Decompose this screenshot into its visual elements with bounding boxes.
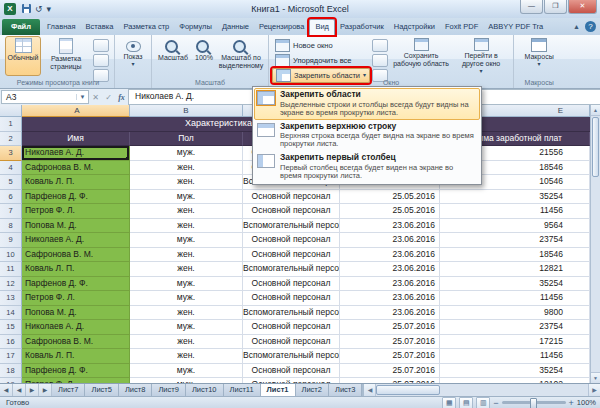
page-layout-shortcut-icon[interactable]: ▤ bbox=[459, 397, 473, 408]
custom-views-icon[interactable] bbox=[93, 54, 109, 67]
ribbon-tab[interactable]: Формулы bbox=[174, 19, 217, 35]
data-cell[interactable]: 25.07.2016 bbox=[340, 335, 440, 350]
data-cell[interactable]: Вспомогательный персонал bbox=[243, 219, 340, 234]
select-all-corner[interactable] bbox=[0, 105, 22, 117]
enter-icon[interactable]: ✓ bbox=[102, 93, 115, 102]
data-cell[interactable]: Парфенов Д. Ф. bbox=[22, 364, 130, 379]
row-header[interactable]: 9 bbox=[0, 233, 22, 248]
data-cell[interactable]: Парфенов Д. Ф. bbox=[22, 190, 130, 205]
data-cell[interactable]: 23754 bbox=[440, 233, 590, 248]
data-cell[interactable]: жен. bbox=[130, 248, 243, 263]
sheet-tab[interactable]: Лист8 bbox=[119, 384, 152, 396]
normal-view-button[interactable]: Обычный bbox=[5, 36, 41, 76]
scroll-down-icon[interactable]: ▼ bbox=[591, 372, 600, 383]
data-cell[interactable]: Попова М. Д. bbox=[22, 219, 130, 234]
data-cell[interactable]: Основной персонал bbox=[243, 335, 340, 350]
data-cell[interactable]: 23.06.2016 bbox=[340, 248, 440, 263]
row-header[interactable]: 7 bbox=[0, 204, 22, 219]
data-cell[interactable]: жен. bbox=[130, 349, 243, 364]
row-header[interactable]: 17 bbox=[0, 349, 22, 364]
sheet-tab[interactable]: Лист1 bbox=[261, 384, 296, 396]
ribbon-tab[interactable]: Главная bbox=[42, 19, 81, 35]
data-cell[interactable]: Вспомогательный персонал bbox=[243, 262, 340, 277]
data-cell[interactable]: 23.06.2016 bbox=[340, 233, 440, 248]
scroll-up-icon[interactable]: ▲ bbox=[591, 105, 600, 116]
zoom-slider-thumb[interactable] bbox=[530, 398, 537, 408]
data-cell[interactable]: Основной персонал bbox=[243, 277, 340, 292]
sheet-tab[interactable]: Лист9 bbox=[152, 384, 185, 396]
data-cell[interactable]: 18546 bbox=[440, 248, 590, 263]
data-cell[interactable]: Коваль Л. П. bbox=[22, 349, 130, 364]
row-header[interactable]: 6 bbox=[0, 190, 22, 205]
data-cell[interactable]: Петров Ф. Л. bbox=[22, 204, 130, 219]
minimize-button[interactable]: — bbox=[520, 0, 543, 14]
data-cell[interactable]: Сафронова В. М. bbox=[22, 161, 130, 176]
data-cell[interactable]: 23.06.2016 bbox=[340, 219, 440, 234]
data-cell[interactable]: жен. bbox=[130, 306, 243, 321]
data-cell[interactable]: жен. bbox=[130, 335, 243, 350]
horizontal-scrollbar[interactable]: ◀ ▶ bbox=[362, 384, 600, 396]
data-cell[interactable]: жен. bbox=[130, 161, 243, 176]
sheet-tab[interactable]: Лист11 bbox=[224, 384, 261, 396]
data-cell[interactable]: муж. bbox=[130, 233, 243, 248]
macros-button[interactable]: Макросы ▾ bbox=[517, 36, 561, 76]
data-cell[interactable]: Попова М. Д. bbox=[22, 306, 130, 321]
data-cell[interactable]: 17215 bbox=[440, 335, 590, 350]
zoom-button[interactable]: Масштаб bbox=[155, 36, 191, 76]
ribbon-tab[interactable]: Foxit PDF bbox=[440, 19, 483, 35]
data-cell[interactable]: 23.06.2016 bbox=[340, 262, 440, 277]
switch-windows-button[interactable]: Перейти в другое окно ▾ bbox=[452, 36, 510, 76]
tab-file[interactable]: Файл bbox=[2, 19, 40, 35]
scroll-right-icon[interactable]: ▶ bbox=[588, 384, 600, 396]
data-cell[interactable]: муж. bbox=[130, 364, 243, 379]
data-cell[interactable]: Николаев А. Д. bbox=[22, 233, 130, 248]
sheet-tab[interactable]: Лист3 bbox=[329, 384, 362, 396]
name-box[interactable]: A3 ▼ bbox=[1, 90, 89, 104]
page-break-shortcut-icon[interactable]: ▥ bbox=[476, 397, 490, 408]
data-cell[interactable]: 35254 bbox=[440, 364, 590, 379]
save-workspace-button[interactable]: Сохранить рабочую область bbox=[390, 36, 452, 76]
previous-sheet-icon[interactable]: ◀ bbox=[13, 384, 26, 396]
data-cell[interactable]: Коваль Л. П. bbox=[22, 175, 130, 190]
horizontal-scroll-track[interactable] bbox=[440, 384, 588, 396]
row-header[interactable]: 1 bbox=[0, 117, 22, 132]
data-cell[interactable]: 23.06.2016 bbox=[340, 291, 440, 306]
data-cell[interactable]: 25.05.2016 bbox=[340, 190, 440, 205]
sheet-tab[interactable]: Лист5 bbox=[85, 384, 118, 396]
data-cell[interactable]: Основной персонал bbox=[243, 248, 340, 263]
data-cell[interactable]: 25.07.2016 bbox=[340, 349, 440, 364]
data-cell[interactable]: жен. bbox=[130, 219, 243, 234]
vertical-scrollbar[interactable]: ▲ ▼ bbox=[590, 105, 600, 383]
ribbon-tab[interactable]: Надстройки bbox=[389, 19, 440, 35]
data-cell[interactable]: муж. bbox=[130, 190, 243, 205]
ribbon-tab[interactable]: Разработчик bbox=[335, 19, 389, 35]
row-header[interactable]: 4 bbox=[0, 161, 22, 176]
freeze-menu-item[interactable]: Закрепить верхнюю строкуВерхняя строка в… bbox=[254, 120, 480, 152]
data-cell[interactable]: жен. bbox=[130, 262, 243, 277]
data-cell[interactable]: муж. bbox=[130, 277, 243, 292]
data-cell[interactable]: муж. bbox=[130, 146, 243, 161]
data-cell[interactable]: Вспомогательный персонал bbox=[243, 349, 340, 364]
data-cell[interactable]: 25.05.2016 bbox=[340, 204, 440, 219]
data-cell[interactable]: муж. bbox=[130, 320, 243, 335]
row-header[interactable]: 15 bbox=[0, 320, 22, 335]
split-icon[interactable] bbox=[372, 39, 388, 52]
zoom-100-button[interactable]: 100% bbox=[191, 36, 217, 76]
show-group-button[interactable]: Показ ▾ bbox=[118, 36, 148, 76]
page-layout-button[interactable]: Разметка страницы bbox=[41, 36, 91, 76]
zoom-slider[interactable] bbox=[502, 401, 566, 404]
data-cell[interactable]: 9800 bbox=[440, 306, 590, 321]
scroll-left-icon[interactable]: ◀ bbox=[364, 384, 376, 396]
data-cell[interactable]: Николаев А. Д. bbox=[22, 146, 130, 161]
row-header[interactable]: 3 bbox=[0, 146, 22, 161]
data-cell[interactable]: 25.07.2016 bbox=[340, 320, 440, 335]
data-cell[interactable]: 11456 bbox=[440, 204, 590, 219]
data-cell[interactable]: Основной персонал bbox=[243, 190, 340, 205]
data-cell[interactable]: Основной персонал bbox=[243, 204, 340, 219]
header-cell[interactable]: Пол bbox=[130, 132, 243, 147]
last-sheet-icon[interactable]: ▶ bbox=[39, 384, 52, 396]
sheet-tab[interactable]: Лист2 bbox=[296, 384, 329, 396]
data-cell[interactable]: 25.07.2016 bbox=[340, 364, 440, 379]
row-header[interactable]: 14 bbox=[0, 306, 22, 321]
sheet-tab[interactable]: Лист7 bbox=[52, 384, 85, 396]
